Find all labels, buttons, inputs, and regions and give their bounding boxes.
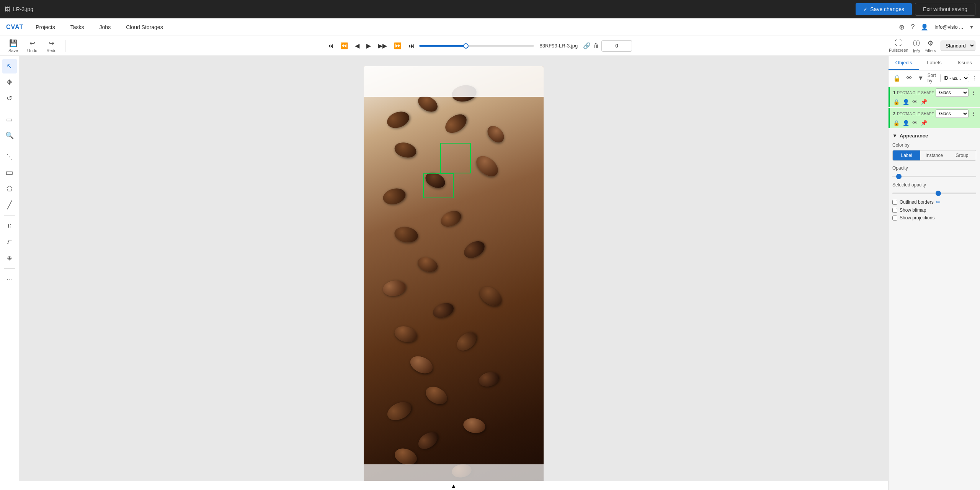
bottom-collapse-bar[interactable]: ▲ xyxy=(19,481,888,490)
edit-color-icon[interactable]: ✏ xyxy=(936,199,941,205)
obj-1-pin-button[interactable]: 📌 xyxy=(921,99,927,105)
fullscreen-button[interactable]: ⛶ Fullscreen xyxy=(889,39,908,52)
exit-without-saving-button[interactable]: Exit without saving xyxy=(915,3,975,16)
color-by-buttons: Label Instance Group xyxy=(892,150,976,161)
nav-cloud-storages[interactable]: Cloud Storages xyxy=(123,23,166,32)
obj-1-number: 1 xyxy=(893,90,895,95)
opacity-slider[interactable] xyxy=(892,176,976,177)
playback-controls: ⏮ ⏪ ◀ ▶ ▶▶ ⏩ ⏭ 83RF99-LR-3.jpg 🔗 🗑 xyxy=(70,40,887,52)
eye-all-button[interactable]: 👁 xyxy=(905,74,914,82)
prev-frame-button[interactable]: ◀ xyxy=(353,41,362,51)
appearance-section: ▼ Appearance Color by Label Instance Gro… xyxy=(889,129,980,227)
next-frame-button[interactable]: ▶▶ xyxy=(376,41,389,51)
cursor-tool[interactable]: ↖ xyxy=(2,59,17,74)
play-button[interactable]: ▶ xyxy=(364,41,373,51)
standard-select[interactable]: Standard xyxy=(941,41,975,51)
show-projections-checkbox[interactable] xyxy=(892,216,897,220)
nodes-tool[interactable]: ⋱ xyxy=(2,149,17,164)
move-tool[interactable]: ✥ xyxy=(2,75,17,90)
obj-1-label-select[interactable]: Glass xyxy=(936,88,969,97)
obj-2-number: 2 xyxy=(893,111,895,116)
object-item-1: 1 RECTANGLE SHAPE Glass ⋮ 🔒 👤 👁 📌 xyxy=(889,87,980,107)
obj-2-more-button[interactable]: ⋮ xyxy=(970,111,977,117)
outlined-borders-row: Outlined borders ✏ xyxy=(892,199,976,205)
tab-labels[interactable]: Labels xyxy=(919,56,950,70)
show-projections-row: Show projections xyxy=(892,215,976,220)
show-bitmap-row: Show bitmap xyxy=(892,207,976,213)
obj-1-eye-button[interactable]: 👁 xyxy=(912,99,918,105)
next-multi-frame-button[interactable]: ⏩ xyxy=(392,41,404,51)
show-bitmap-label: Show bitmap xyxy=(900,207,926,213)
obj-1-lock-button[interactable]: 🔒 xyxy=(893,99,900,105)
tabs-bar: Objects Labels Issues xyxy=(889,56,980,70)
nav-jobs[interactable]: Jobs xyxy=(96,23,114,32)
user-label[interactable]: info@visio ... xyxy=(934,24,963,30)
last-frame-button[interactable]: ⏭ xyxy=(406,41,417,51)
selected-opacity-slider-container xyxy=(892,189,976,195)
appearance-label: Appearance xyxy=(900,133,928,139)
opacity-slider-container xyxy=(892,172,976,178)
progress-slider[interactable] xyxy=(419,45,534,47)
toolbar-right: ⛶ Fullscreen ⓘ Info ⚙ Filters Standard xyxy=(889,39,975,53)
obj-1-user-button[interactable]: 👤 xyxy=(903,99,909,105)
lock-all-button[interactable]: 🔒 xyxy=(892,74,902,83)
obj-1-more-button[interactable]: ⋮ xyxy=(970,90,977,96)
save-button[interactable]: 💾 Save xyxy=(5,37,22,55)
image-white-top xyxy=(364,66,544,97)
color-by-label-button[interactable]: Label xyxy=(893,150,920,160)
shape-tool[interactable]: ⊕ xyxy=(2,251,17,265)
link-icon[interactable]: 🔗 xyxy=(583,42,591,49)
prev-multi-frame-button[interactable]: ⏪ xyxy=(338,41,350,51)
more-options-button[interactable]: ⋮ xyxy=(972,75,977,81)
filename-title: LR-3.jpg xyxy=(13,6,33,12)
nav-projects[interactable]: Projects xyxy=(33,23,58,32)
nav-right: ⊛ ? 👤 info@visio ... ▼ xyxy=(899,23,974,31)
tag-tool[interactable]: 🏷 xyxy=(2,235,17,249)
nav-tasks[interactable]: Tasks xyxy=(67,23,87,32)
obj-1-type: RECTANGLE SHAPE xyxy=(897,91,934,95)
nav-bar: CVAT Projects Tasks Jobs Cloud Storages … xyxy=(0,18,980,36)
first-frame-button[interactable]: ⏮ xyxy=(325,41,336,51)
canvas-area xyxy=(19,56,888,490)
undo-button[interactable]: ↩ Undo xyxy=(23,37,41,55)
redo-button[interactable]: ↪ Redo xyxy=(42,37,60,55)
tab-objects[interactable]: Objects xyxy=(889,56,919,70)
obj-2-eye-button[interactable]: 👁 xyxy=(912,120,918,126)
zoom-tool[interactable]: 🔍 xyxy=(2,128,17,143)
file-icon: 🖼 xyxy=(5,6,10,12)
obj-2-lock-button[interactable]: 🔒 xyxy=(893,120,900,126)
expand-icon[interactable]: ▼ xyxy=(969,24,974,30)
save-changes-button[interactable]: ✓ Save changes xyxy=(856,3,912,15)
more-tools[interactable]: ··· xyxy=(2,272,17,286)
github-icon[interactable]: ⊛ xyxy=(899,23,905,31)
delete-icon[interactable]: 🗑 xyxy=(593,42,599,49)
objects-controls: 🔒 👁 ▼ Sort by ID - as... ⋮ xyxy=(889,70,980,86)
show-bitmap-checkbox[interactable] xyxy=(892,208,897,213)
rotate-tool[interactable]: ↺ xyxy=(2,91,17,106)
help-icon[interactable]: ? xyxy=(911,23,915,31)
object-item-2: 2 RECTANGLE SHAPE Glass ⋮ 🔒 👤 👁 📌 xyxy=(889,108,980,128)
outlined-borders-checkbox[interactable] xyxy=(892,200,897,205)
polygon-tool[interactable]: ⬠ xyxy=(2,181,17,196)
color-by-instance-button[interactable]: Instance xyxy=(920,150,948,160)
expand-all-button[interactable]: ▼ xyxy=(916,74,925,82)
filters-button[interactable]: ⚙ Filters xyxy=(924,39,936,53)
obj-2-pin-button[interactable]: 📌 xyxy=(921,120,927,126)
top-bar-actions: ✓ Save changes Exit without saving xyxy=(856,3,975,16)
frame-number-input[interactable] xyxy=(601,40,632,52)
selected-opacity-slider[interactable] xyxy=(892,193,976,194)
sort-by-label: Sort by xyxy=(928,73,938,83)
tool-separator-3 xyxy=(4,215,15,216)
tab-issues[interactable]: Issues xyxy=(949,56,980,70)
crop-tool[interactable]: ▭ xyxy=(2,112,17,127)
line-tool[interactable]: ╱ xyxy=(2,198,17,212)
opacity-label: Opacity xyxy=(892,165,976,171)
sort-by-select[interactable]: ID - as... xyxy=(940,74,969,82)
info-button[interactable]: ⓘ Info xyxy=(913,39,920,53)
obj-2-label-select[interactable]: Glass xyxy=(936,109,969,118)
obj-2-user-button[interactable]: 👤 xyxy=(903,120,909,126)
points-tool[interactable]: ⁞∶ xyxy=(2,219,17,233)
color-by-group-button[interactable]: Group xyxy=(948,150,976,160)
rectangle-tool[interactable]: ▭ xyxy=(2,165,17,180)
appearance-header[interactable]: ▼ Appearance xyxy=(892,133,976,139)
